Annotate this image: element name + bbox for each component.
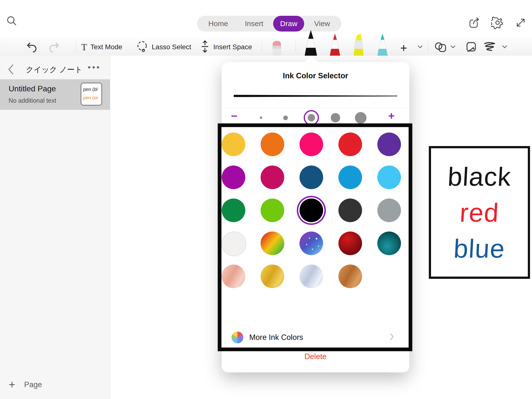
highlighter-yellow-tool[interactable] <box>351 33 366 57</box>
top-bar: HomeInsertDrawView <box>0 0 532 38</box>
plus-icon: + <box>9 378 15 391</box>
shapes-icon[interactable] <box>434 41 448 54</box>
back-chevron-icon[interactable] <box>7 64 14 76</box>
shapes-chevron-icon[interactable] <box>450 45 456 50</box>
ink-replay-chevron-icon[interactable] <box>502 45 507 50</box>
more-ink-colors-button[interactable]: More Ink Colors <box>222 329 409 346</box>
share-icon[interactable] <box>468 17 480 29</box>
tab-view[interactable]: View <box>307 16 337 32</box>
more-ink-colors-label: More Ink Colors <box>249 333 303 342</box>
color-swatch-gold[interactable] <box>261 265 284 288</box>
draw-toolbar: T Text Mode Lasso Select Insert Space + <box>0 38 532 56</box>
tab-insert[interactable]: Insert <box>238 16 270 32</box>
sidebar-header: クイック ノート ••• <box>0 61 110 78</box>
sidebar: クイック ノート ••• Untitled Page No additional… <box>0 56 110 399</box>
eraser-tool[interactable] <box>270 40 284 57</box>
stroke-size-option-3[interactable] <box>303 108 319 128</box>
search-icon[interactable] <box>5 15 18 28</box>
selected-size-ring <box>304 110 319 125</box>
page-title: Untitled Page <box>9 84 56 93</box>
text-mode-button[interactable]: T Text Mode <box>81 38 122 56</box>
color-swatch-galaxy[interactable] <box>299 232 323 255</box>
color-swatch-magenta[interactable] <box>222 166 245 189</box>
popup-caret <box>304 56 318 62</box>
pen-black-tool[interactable] <box>303 30 318 57</box>
ink-word-black: black <box>447 160 512 194</box>
text-mode-label: Text Mode <box>90 43 122 51</box>
tab-draw[interactable]: Draw <box>273 16 304 32</box>
ribbon-tabs: HomeInsertDrawView <box>197 16 341 32</box>
color-swatch-dark-teal[interactable] <box>377 232 401 255</box>
color-swatch-gray[interactable] <box>377 199 401 222</box>
stroke-size-row: − + <box>222 108 409 128</box>
settings-gear-icon[interactable] <box>491 16 504 29</box>
add-pen-chevron-icon[interactable] <box>417 45 423 50</box>
ink-color-selector-popup: Ink Color Selector − + More Ink Colors D… <box>222 62 409 372</box>
chevron-right-icon <box>390 333 394 341</box>
color-swatch-bronze[interactable] <box>338 265 362 288</box>
undo-icon[interactable] <box>26 42 37 54</box>
color-swatch-yellow[interactable] <box>222 133 245 156</box>
tab-home[interactable]: Home <box>201 16 235 32</box>
color-swatch-green[interactable] <box>222 199 245 222</box>
stroke-size-option-4[interactable] <box>327 108 344 128</box>
ink-word-blue: blue <box>453 232 506 266</box>
ink-word-red: red <box>459 196 500 230</box>
ink-note-icon[interactable] <box>465 41 477 54</box>
color-swatch-orange[interactable] <box>261 133 284 156</box>
color-swatch-white[interactable] <box>222 232 246 256</box>
color-swatch-dark-gray[interactable] <box>338 199 362 222</box>
fullscreen-icon[interactable] <box>515 17 527 29</box>
color-swatch-light-green[interactable] <box>261 199 284 222</box>
insert-space-button[interactable]: Insert Space <box>200 38 252 56</box>
pencil-teal-tool[interactable] <box>376 33 389 57</box>
color-swatch-dark-blue[interactable] <box>299 166 323 189</box>
color-swatch-rose-gold[interactable] <box>222 265 245 288</box>
add-page-label: Page <box>24 380 42 389</box>
stroke-size-option-5[interactable] <box>352 108 369 128</box>
color-swatch-pink[interactable] <box>299 133 323 156</box>
decrease-size-button[interactable]: − <box>231 110 237 122</box>
color-swatch-red[interactable] <box>338 133 362 156</box>
add-pen-button[interactable]: + <box>400 41 407 55</box>
thumb-ink-line: pen (bl <box>83 85 102 94</box>
stroke-size-option-1[interactable] <box>253 108 269 128</box>
redo-icon[interactable] <box>49 42 60 54</box>
text-mode-icon: T <box>81 42 87 52</box>
add-page-button[interactable]: + Page <box>0 377 110 392</box>
lasso-select-button[interactable]: Lasso Select <box>136 38 191 56</box>
color-swatch-black[interactable] <box>299 199 323 222</box>
pen-red-tool[interactable] <box>328 33 342 57</box>
color-wheel-icon <box>232 332 243 343</box>
more-options-icon[interactable]: ••• <box>88 63 101 72</box>
stroke-size-option-2[interactable] <box>277 108 294 128</box>
page-subtitle: No additional text <box>9 97 56 104</box>
insert-space-icon <box>200 40 210 54</box>
ink-replay-icon[interactable] <box>483 42 498 54</box>
popup-title: Ink Color Selector <box>222 71 409 80</box>
color-swatch-purple[interactable] <box>377 133 401 156</box>
notebook-title: クイック ノート <box>25 65 84 75</box>
color-swatch-blue[interactable] <box>338 166 362 189</box>
color-swatch-dark-red[interactable] <box>338 232 362 255</box>
color-swatch-light-blue[interactable] <box>377 166 401 189</box>
thumb-ink-line: pen (or <box>83 94 102 102</box>
lasso-icon <box>136 40 148 54</box>
delete-pen-button[interactable]: Delete <box>222 352 409 361</box>
insert-space-label: Insert Space <box>213 43 252 51</box>
page-list-item[interactable]: Untitled Page No additional text pen (bl… <box>0 79 110 110</box>
handwriting-box: blackredblue <box>429 146 530 279</box>
stroke-preview <box>234 94 397 100</box>
page-thumbnail: pen (blpen (or <box>81 83 102 105</box>
lasso-label: Lasso Select <box>152 43 191 51</box>
onenote-app: HomeInsertDrawView <box>0 0 532 399</box>
color-swatch-rainbow-glitter[interactable] <box>261 232 284 255</box>
color-swatch-silver[interactable] <box>299 265 323 288</box>
increase-size-button[interactable]: + <box>388 110 395 122</box>
color-swatch-raspberry[interactable] <box>261 166 284 189</box>
